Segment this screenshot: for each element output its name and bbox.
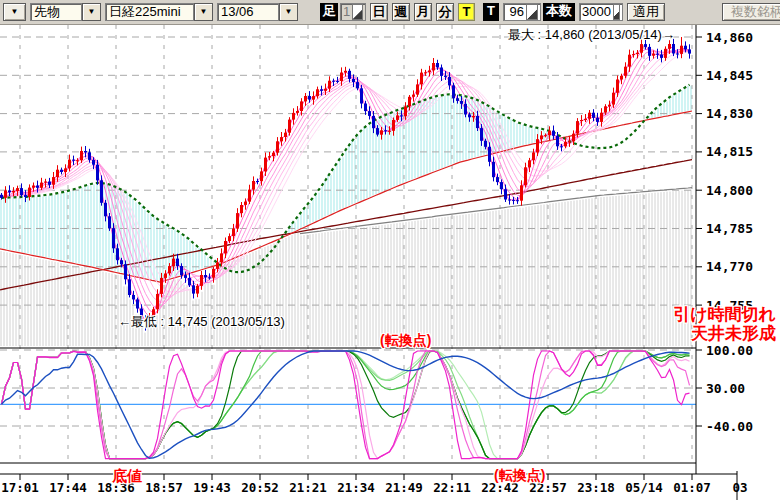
axis-tick-label: 21:21 [289,480,327,495]
window-dropdown-button[interactable]: ▼ [3,3,26,21]
t-label: T [483,3,499,21]
turning-point-top-note: (転換点) [380,332,431,350]
instrument-value: 日経225mini [105,3,194,21]
axis-tick-label: 05/14 [625,480,663,495]
axis-tick-label: 14,845 [706,68,753,83]
axis-tick-label: 14,815 [706,144,753,159]
bottom-price-note: 底値 [112,467,142,486]
honsu-input[interactable]: 3000 [579,3,623,21]
multi-symbol-button[interactable]: 複数銘柄 [722,3,780,21]
turning-point-bottom-note: (転換点) [494,467,545,485]
session-low-note: ←最低 : 14,745 (2013/05/13) [118,313,285,331]
axis-tick-label: 14,830 [706,106,753,121]
ashi-label: 足 [320,3,338,21]
session-high-note: 最大 : 14,860 (2013/05/14)→ [508,26,675,44]
axis-tick-label: 14,785 [706,221,753,236]
axis-tick-label: 03 [732,480,747,495]
close-timeout-note: 引け時間切れ 天井未形成 [673,305,776,343]
axis-tick-label: 21:49 [385,480,423,495]
timeframe-month-button[interactable]: 月 [414,3,432,21]
category-combobox[interactable]: 先物 ▼ [30,3,101,21]
axis-tick-label: 22:11 [433,480,471,495]
t-count-input[interactable]: 96 [503,3,541,21]
close-timeout-line1: 引け時間切れ [673,305,776,324]
interval-value: 1 [343,4,350,20]
apply-button[interactable]: 適用 [627,3,665,21]
chart-area: 14,86014,84514,83014,81514,80014,78514,7… [0,0,780,500]
toolbar: ▼ 先物 ▼ 日経225mini ▼ 13/06 ▼ 足 1 日 週 月 分 T… [0,0,780,25]
close-timeout-line2: 天井未形成 [673,324,776,343]
chevron-down-icon[interactable]: ▼ [194,3,213,21]
axis-tick-label: 14,770 [706,259,753,274]
interval-input[interactable]: 1 [340,3,366,21]
chevron-down-icon[interactable]: ▼ [279,3,298,21]
axis-tick-label: 19:43 [193,480,231,495]
spinner-icon[interactable] [352,4,363,20]
axis-tick-label: 14,860 [706,30,753,45]
chevron-down-icon[interactable]: ▼ [82,3,101,21]
timeframe-week-button[interactable]: 週 [392,3,410,21]
timeframe-day-button[interactable]: 日 [370,3,388,21]
spinner-icon[interactable] [613,4,620,20]
axis-tick-label: 18:57 [145,480,183,495]
axis-tick-label: 17:44 [49,480,87,495]
axis-tick-label: 14,800 [706,183,753,198]
axis-tick-label: 20:52 [241,480,279,495]
axis-tick-label: 23:18 [577,480,615,495]
axis-tick-label: 21:34 [337,480,375,495]
timeframe-minute-button[interactable]: 分 [436,3,454,21]
axis-tick-label: 17:01 [1,480,39,495]
contract-value: 13/06 [217,3,279,21]
chart-svg: 14,86014,84514,83014,81514,80014,78514,7… [0,0,780,500]
axis-tick-label: -40.00 [706,419,753,434]
t-count-value: 96 [506,4,524,20]
instrument-combobox[interactable]: 日経225mini ▼ [105,3,213,21]
axis-tick-label: 01:07 [673,480,711,495]
axis-tick-label: 100.00 [706,343,753,358]
honsu-label: 本数 [543,3,575,21]
contract-combobox[interactable]: 13/06 ▼ [217,3,298,21]
axis-tick-label: 30.00 [706,381,745,396]
spinner-icon[interactable] [526,4,538,20]
oscillator-lines [0,351,696,459]
category-value: 先物 [30,3,82,21]
honsu-value: 3000 [582,4,611,20]
tick-toggle-button[interactable]: T [458,3,475,21]
